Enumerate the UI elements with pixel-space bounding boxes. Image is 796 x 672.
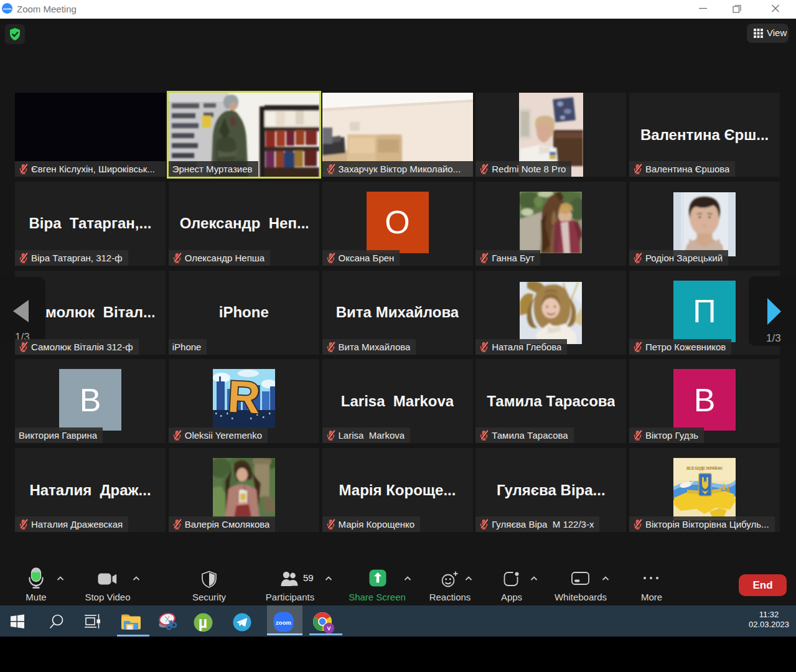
svg-text:ВСЕ БУДЕ УКРАЇНА!: ВСЕ БУДЕ УКРАЇНА! — [686, 466, 723, 471]
svg-text:µ: µ — [199, 614, 207, 631]
svg-text:R: R — [227, 371, 261, 423]
svg-text:V: V — [327, 625, 330, 632]
svg-text:zoom: zoom — [276, 619, 291, 626]
svg-text:1/3: 1/3 — [766, 332, 781, 344]
